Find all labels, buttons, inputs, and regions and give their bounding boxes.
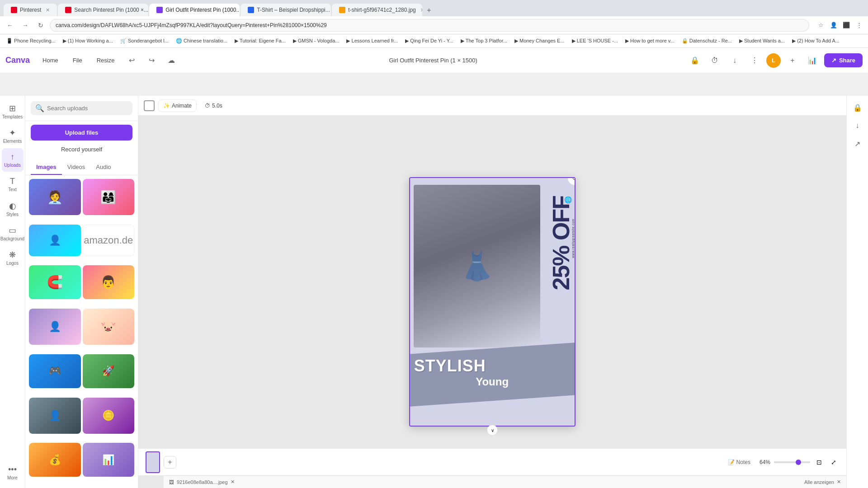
sidebar-item-elements[interactable]: ✦ Elements [2,124,24,147]
thumb-image-9: 🎮 [29,354,81,388]
alle-anzeigen-close[interactable]: ✕ [837,479,841,485]
sidebar-item-more[interactable]: ••• More [2,461,24,484]
zoom-fullscreen-button[interactable]: ⤢ [828,457,839,468]
timer-icon-button[interactable]: ⏱ [707,52,723,69]
right-download-button[interactable]: ↓ [849,117,866,134]
bookmark-chinese[interactable]: 🌐 Chinese translatio... [173,37,230,45]
download-icon-button[interactable]: ↓ [726,52,743,69]
record-yourself-button[interactable]: Record yourself [31,142,132,156]
notes-button[interactable]: 📝 Notes [724,457,754,467]
user-avatar[interactable]: L [766,53,781,68]
share-icon: ↗ [831,57,836,64]
list-item[interactable]: 👨 [83,265,135,307]
tab-search-pinterest[interactable]: Search Pinterest Pin (1000 ×... ✕ [58,4,148,16]
file-button[interactable]: File [67,54,88,66]
address-bar[interactable]: canva.com/design/DAFLW68hA/xc5-UJPFj4mZs… [50,19,809,32]
bookmark-student[interactable]: ▶ Student Wants a... [736,37,788,45]
bookmark-lessons[interactable]: ▶ Lessons Learned fr... [344,37,401,45]
analytics-button[interactable]: 📊 [804,52,821,69]
sidebar-item-uploads[interactable]: ↑ Uploads [2,148,24,172]
list-item[interactable]: amazon.de [83,225,135,264]
list-item[interactable]: 🐷 [83,309,135,352]
tab-girl-outfit[interactable]: Girl Outfit Pinterest Pin (1000... ✕ [149,4,240,16]
bookmark-phone-recycling[interactable]: 📱 Phone Recycling... [4,37,58,45]
bookmark-icon[interactable]: ☆ [816,20,826,31]
bookmark-more-views[interactable]: ▶ How to get more v... [623,37,677,45]
collapse-panel-button[interactable]: ∨ [487,425,498,436]
right-panel: 🔒 ↓ ↗ [846,96,868,488]
menu-icon[interactable]: ⋮ [854,20,864,31]
zoom-fit-button[interactable]: ⊡ [814,457,825,468]
sidebar-item-styles[interactable]: ◐ Styles [2,197,24,221]
page-color-picker[interactable] [144,100,155,111]
tab-audio[interactable]: Audio [90,160,116,175]
tab-close-file[interactable]: ✕ [420,7,423,13]
list-item[interactable]: 🧑‍💼 [29,179,81,223]
tab-image-file[interactable]: t-shirt-g5f96741c2_1280.jpg ✕ [332,4,422,16]
back-button[interactable]: ← [4,19,16,32]
home-button[interactable]: Home [37,54,64,66]
thumb-image-6: 👨 [83,265,135,299]
bookmark-money[interactable]: ▶ Money Changes E... [512,37,567,45]
list-item[interactable]: 💰 [29,443,81,484]
upload-files-button[interactable]: Upload files [31,125,132,141]
resize-button[interactable]: Resize [91,54,120,66]
profile-icon[interactable]: 👤 [828,20,839,31]
search-input[interactable] [47,105,128,112]
bookmark-gmsn[interactable]: ▶ GMSN - Vologda... [290,37,342,45]
list-item[interactable]: 👨‍👩‍👧 [83,179,135,223]
list-item[interactable]: 👤 [29,225,81,264]
plus-button[interactable]: + [784,52,801,69]
list-item[interactable]: 👤 [29,309,81,352]
animate-button[interactable]: ✨ Animate [158,99,197,112]
list-item[interactable]: 🧲 [29,265,81,307]
right-share-button[interactable]: ↗ [849,136,866,152]
bookmark-how-working[interactable]: ▶ (1) How Working a... [60,37,116,45]
redo-button[interactable]: ↪ [143,52,160,69]
bookmark-datenschutz[interactable]: 🔒 Datenschutz - Re... [679,37,735,45]
undo-button[interactable]: ↩ [123,52,140,69]
add-page-button[interactable]: + [164,456,176,469]
bookmark-top3[interactable]: ▶ The Top 3 Platfor... [458,37,510,45]
bookmark-qing[interactable]: ▶ Qing Fei De Yi - Y... [402,37,456,45]
sidebar-item-templates[interactable]: ⊞ Templates [2,99,24,123]
right-lock-button[interactable]: 🔒 [849,99,866,116]
alle-anzeigen-link[interactable]: Alle anzeigen [804,479,834,485]
save-status-button[interactable]: ☁ [163,52,179,69]
bookmark-tutorial[interactable]: ▶ Tutorial: Eigene Fa... [232,37,288,45]
page-thumbnail[interactable] [146,451,160,473]
list-item[interactable]: 🪙 [83,398,135,441]
list-item[interactable]: 🎮 [29,354,81,396]
url-text: canva.com/design/DAFLW68hA/xc5-UJPFj4mZs… [56,22,327,28]
list-item[interactable]: 📊 [83,443,135,484]
sidebar-item-logos[interactable]: ❋ Logos [2,246,24,269]
list-item[interactable]: 🚀 [83,354,135,396]
reload-button[interactable]: ↻ [34,19,47,32]
timer-button[interactable]: ⏱ 5.0s [200,100,227,112]
bookmark-how-add[interactable]: ▶ (2) How To Add A... [789,37,842,45]
new-tab-button[interactable]: + [423,5,434,16]
bookmark-sonderangebot[interactable]: 🛒 Sonderangebot l... [118,37,171,45]
more-label: More [7,475,18,480]
sidebar-item-text[interactable]: T Text [2,173,24,196]
extensions-icon[interactable]: ⬛ [841,20,852,31]
search-box[interactable]: 🔍 [31,101,132,115]
forward-button[interactable]: → [19,19,32,32]
list-item[interactable]: 👤 [29,398,81,441]
tab-tshirt[interactable]: T-Shirt – Beispiel Dropshippi... ✕ [241,4,331,16]
tab-images[interactable]: Images [31,160,62,175]
tab-pinterest[interactable]: Pinterest ✕ [4,4,57,16]
thumb-image-11: 👤 [29,398,81,434]
tab-close-pinterest[interactable]: ✕ [46,7,50,13]
design-canvas[interactable]: 👗 🌐 25% OFF www.reallygreatsite.com STYL… [409,177,576,427]
thumb-image-13: 💰 [29,443,81,477]
share-button[interactable]: ↗ Share [824,53,863,67]
bookmark-lee[interactable]: ▶ LEE 'S HOUSE -... [569,37,621,45]
lock-icon-button[interactable]: 🔒 [687,52,703,69]
tab-videos[interactable]: Videos [62,160,91,175]
thumb-image-4: amazon.de [83,225,135,256]
status-close-icon[interactable]: ✕ [231,479,235,485]
zoom-slider[interactable] [774,461,810,463]
sidebar-item-background[interactable]: ▭ Background [2,221,24,245]
more-topbar-button[interactable]: ⋮ [746,52,763,69]
